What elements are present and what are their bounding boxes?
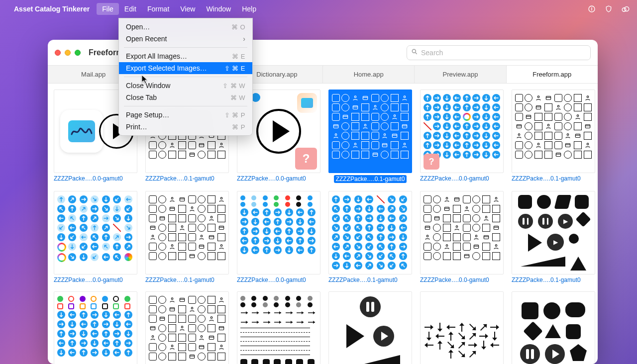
svg-point-97 — [201, 235, 203, 237]
asset-cell[interactable]: ZZZZPacke….0.1-gamut0 — [145, 291, 229, 364]
svg-point-87 — [191, 207, 193, 209]
svg-rect-101 — [200, 245, 204, 249]
search-field[interactable] — [407, 45, 591, 60]
menubar-app-name[interactable]: Asset Catalog Tinkerer — [14, 5, 90, 13]
svg-point-28 — [220, 143, 222, 145]
svg-point-134 — [220, 298, 222, 300]
tab-home[interactable]: Home.app — [323, 66, 415, 83]
pause-button-icon — [538, 214, 553, 229]
menu-window[interactable]: Window — [201, 3, 236, 15]
asset-cell[interactable]: ZZZZPacke….0.0-gamut0 — [54, 191, 137, 283]
dot-icon — [569, 234, 579, 244]
svg-rect-148 — [209, 336, 213, 340]
svg-rect-57 — [546, 96, 550, 100]
svg-point-72 — [567, 134, 569, 136]
svg-rect-138 — [160, 317, 165, 321]
play-button-icon: ▶ — [547, 234, 564, 251]
asset-cell[interactable]: ZZZZPacke….0.1-gamut0 — [512, 90, 595, 183]
menu-view[interactable]: View — [175, 3, 201, 15]
asset-label: ZZZZPacke….0.1-gamut0 — [512, 175, 595, 182]
asset-cell[interactable]: ZZZZPacke….0.1-gamut0 — [328, 191, 412, 283]
menu-help[interactable]: Help — [236, 3, 262, 15]
creative-cloud-icon[interactable] — [621, 4, 630, 13]
traffic-lights — [55, 50, 81, 56]
rounded-square-icon — [518, 195, 532, 209]
asset-label: ZZZZPacke….0.1-gamut0 — [334, 175, 407, 183]
menu-page-setup[interactable]: Page Setup…⇧ ⌘ P — [119, 109, 252, 121]
file-menu-dropdown: Open…⌘ O Open Recent› Export All Images…… — [118, 18, 253, 136]
svg-marker-167 — [302, 311, 304, 314]
svg-point-37 — [374, 105, 376, 107]
menu-close-tab[interactable]: Close Tab⌘ W — [119, 91, 252, 103]
search-input[interactable] — [421, 49, 586, 57]
minimize-button[interactable] — [65, 50, 71, 56]
asset-cell[interactable]: ZZZZPacke….0.1-gamut0 — [328, 291, 412, 364]
asset-cell[interactable]: ZZZZPacke….0.1-gamut0 — [145, 191, 229, 283]
parallelogram-icon — [554, 195, 572, 209]
asset-cell-selected[interactable]: ZZZZPacke….0.1-gamut0 — [328, 90, 412, 183]
circle-icon — [543, 302, 560, 319]
asset-cell[interactable]: ? ZZZZPacke….0.0-gamut0 — [420, 90, 504, 183]
asset-label: ZZZZPacke….0.1-gamut0 — [145, 276, 229, 283]
svg-rect-85 — [170, 207, 174, 211]
svg-marker-181 — [302, 321, 304, 324]
svg-point-115 — [485, 216, 487, 218]
menu-export-selected[interactable]: Export Selected Images…⇧ ⌘ E — [119, 62, 252, 74]
svg-point-103 — [220, 245, 222, 247]
rounded-square-icon — [522, 302, 538, 319]
zoom-button[interactable] — [75, 50, 81, 56]
rounded-square-icon — [575, 195, 589, 209]
svg-rect-110 — [444, 207, 449, 211]
asset-label: ZZZZPacke….0.1-gamut0 — [512, 276, 595, 283]
svg-point-150 — [171, 345, 173, 347]
svg-rect-107 — [454, 198, 459, 201]
pentagon-icon — [570, 344, 587, 361]
menu-open[interactable]: Open…⌘ O — [119, 21, 252, 33]
play-triangle-icon — [346, 324, 364, 348]
svg-rect-26 — [200, 144, 204, 147]
tab-freeform[interactable]: Freeform.app — [507, 66, 598, 83]
svg-marker-183 — [313, 321, 315, 324]
asset-cell[interactable]: ▶ ▶ ZZZZPacke….0.1-gamut0 — [512, 191, 595, 283]
svg-point-106 — [446, 197, 448, 199]
svg-point-62 — [557, 105, 559, 107]
svg-point-125 — [446, 245, 448, 247]
pill-icon — [565, 302, 585, 317]
ramp-icon — [340, 355, 400, 364]
svg-marker-163 — [279, 311, 281, 314]
svg-rect-135 — [170, 308, 174, 311]
asset-cell[interactable]: ZZZZPacke….0.1-gamut0 — [512, 291, 595, 364]
question-badge-icon: ? — [424, 154, 439, 170]
menu-open-recent[interactable]: Open Recent› — [119, 33, 252, 45]
onepassword-icon[interactable] — [587, 4, 596, 13]
menu-format[interactable]: Format — [142, 3, 175, 15]
tab-preview[interactable]: Preview.app — [415, 66, 506, 83]
svg-point-131 — [171, 298, 173, 300]
asset-cell[interactable]: ZZZZPacke….0.0-gamut0 — [237, 291, 320, 364]
menu-file[interactable]: File — [97, 3, 119, 15]
asset-cell[interactable]: ZZZZPacke….0.0-gamut0 — [54, 291, 137, 364]
svg-rect-60 — [536, 106, 540, 109]
menu-separator — [124, 47, 247, 48]
pause-circle-icon — [520, 344, 540, 364]
svg-marker-177 — [279, 321, 281, 324]
menu-separator — [124, 106, 247, 106]
svg-marker-175 — [268, 321, 270, 324]
pause-button-icon — [518, 214, 533, 229]
svg-point-118 — [456, 226, 458, 228]
svg-rect-141 — [150, 327, 155, 330]
svg-point-34 — [404, 96, 406, 98]
menu-print[interactable]: Print…⌘ P — [119, 121, 252, 133]
asset-cell[interactable]: ZZZZPacke….0.0-gamut0 — [420, 191, 504, 283]
svg-marker-159 — [257, 311, 259, 314]
asset-label: ZZZZPacke….0.0-gamut0 — [237, 276, 320, 283]
menu-close-window[interactable]: Close Window⇧ ⌘ W — [119, 80, 252, 91]
asset-cell[interactable]: ZZZZPacke….0.0-gamut0 — [420, 291, 504, 364]
asset-cell[interactable]: ZZZZPacke….0.0-gamut0 — [237, 191, 320, 283]
asset-label: ZZZZPacke….0.1-gamut0 — [145, 175, 229, 182]
svg-point-3 — [625, 7, 629, 11]
close-button[interactable] — [55, 50, 61, 56]
shield-icon[interactable] — [604, 4, 613, 13]
menu-export-all[interactable]: Export All Images…⌘ E — [119, 50, 252, 62]
menu-edit[interactable]: Edit — [119, 3, 142, 15]
